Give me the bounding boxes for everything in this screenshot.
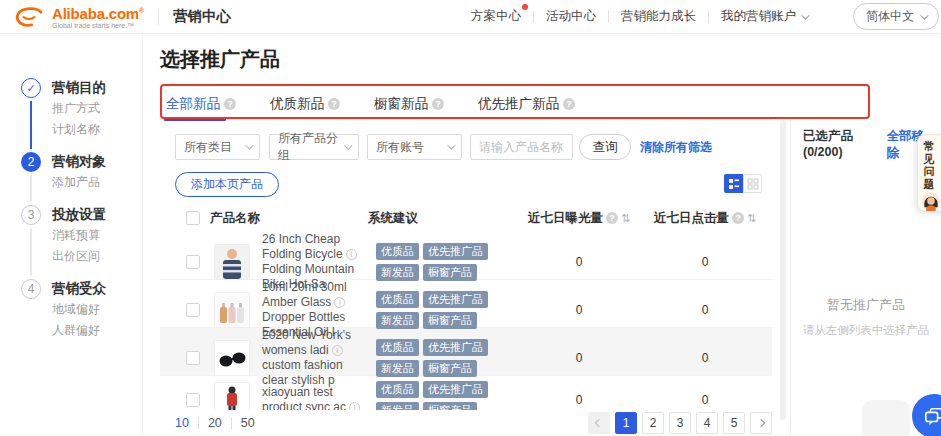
page-size-20[interactable]: 20 (208, 416, 222, 430)
clicks-value: 0 (638, 351, 772, 365)
row-checkbox[interactable] (186, 351, 200, 365)
chevron-right-icon (757, 419, 765, 427)
nav-plan-center[interactable]: 方案中心 (471, 8, 521, 25)
step-2-badge: 2 (21, 152, 41, 172)
product-name: 2020 New York's womens ladii custom fash… (256, 328, 368, 388)
tag-new-release: 新发品 (376, 312, 419, 329)
tag-new-release: 新发品 (376, 360, 419, 377)
chevron-down-icon (345, 141, 353, 149)
page-buttons: 1 2 3 4 5 (588, 412, 772, 434)
chat-bubbles-icon (923, 406, 941, 427)
help-icon[interactable]: ? (432, 98, 444, 110)
tag-priority-promo: 优先推广品 (423, 381, 488, 398)
tab-all-new-products[interactable]: 全部新品? (166, 88, 236, 119)
next-page-button[interactable] (750, 412, 772, 434)
category-select[interactable]: 所有类目 (175, 134, 260, 160)
info-icon[interactable]: i (334, 297, 345, 308)
vertical-scrollbar[interactable] (780, 120, 786, 420)
tag-showcase: 橱窗产品 (423, 312, 477, 329)
step-marketing-goal[interactable]: ✓ 营销目的 推广方式 计划名称 (20, 78, 142, 152)
product-group-select[interactable]: 所有产品分组 (269, 134, 359, 160)
table-row[interactable]: 10ml 20ml 30ml Amber Glassi Dropper Bott… (160, 280, 772, 328)
chevron-down-icon (920, 11, 928, 19)
tag-quality: 优质品 (376, 243, 419, 260)
query-button[interactable]: 查询 (579, 134, 631, 160)
app-header: Alibaba.com® Global trade starts here.™ … (0, 0, 941, 34)
help-icon[interactable]: ? (328, 98, 340, 110)
page-size-10[interactable]: 10 (175, 416, 189, 430)
select-all-checkbox[interactable] (186, 211, 200, 225)
page-5-button[interactable]: 5 (723, 412, 745, 434)
tag-new-release: 新发品 (376, 264, 419, 281)
chevron-down-icon (801, 11, 809, 19)
product-thumbnail (214, 244, 250, 280)
table-header: 产品名称 系统建议 近七日曝光量?⇅ 近七日点击量?⇅ (160, 206, 772, 230)
help-icon[interactable]: ? (732, 212, 744, 224)
faq-widget[interactable]: 常见问题 (917, 134, 941, 212)
alibaba-logo[interactable]: Alibaba.com® Global trade starts here.™ (12, 4, 144, 29)
exposure-value: 0 (520, 303, 638, 317)
nav-activity-center[interactable]: 活动中心 (546, 8, 596, 25)
product-search-input[interactable] (470, 134, 573, 160)
sort-icon[interactable]: ⇅ (621, 212, 630, 225)
tag-showcase: 橱窗产品 (423, 360, 477, 377)
step-marketing-audience[interactable]: 4 营销受众 地域偏好 人群偏好 (20, 279, 142, 353)
header-nav: 方案中心 活动中心 营销能力成长 我的营销账户 (471, 8, 807, 25)
page-4-button[interactable]: 4 (696, 412, 718, 434)
filter-bar: 所有类目 所有产品分组 所有账号 查询 清除所有筛选 (175, 134, 712, 160)
account-select[interactable]: 所有账号 (367, 134, 462, 160)
clicks-value: 0 (638, 255, 772, 269)
table-row[interactable]: 26 Inch Cheap Folding Bicyclei Folding M… (160, 232, 772, 280)
page-1-button[interactable]: 1 (615, 412, 637, 434)
tab-priority-promo-new-products[interactable]: 优先推广新品? (478, 88, 575, 119)
page-2-button[interactable]: 2 (642, 412, 664, 434)
tab-quality-new-products[interactable]: 优质新品? (270, 88, 340, 119)
row-checkbox[interactable] (186, 255, 200, 269)
language-selector[interactable]: 简体中文 (853, 3, 939, 30)
nav-marketing-growth[interactable]: 营销能力成长 (621, 8, 696, 25)
info-icon[interactable]: i (346, 249, 357, 260)
page-title: 选择推广产品 (160, 46, 280, 73)
page-size-50[interactable]: 50 (241, 416, 255, 430)
help-icon[interactable]: ? (606, 212, 618, 224)
page-size-options: 10 20 50 (175, 416, 255, 430)
step-delivery-settings[interactable]: 3 投放设置 消耗预算 出价区间 (20, 205, 142, 279)
chat-widget-card[interactable] (862, 400, 910, 436)
nav-my-account[interactable]: 我的营销账户 (721, 8, 807, 25)
alibaba-logo-mark (12, 6, 46, 28)
exposure-value: 0 (520, 393, 638, 407)
tab-showcase-new-products[interactable]: 橱窗新品? (374, 88, 444, 119)
column-clicks: 近七日点击量?⇅ (638, 210, 772, 227)
sort-icon[interactable]: ⇅ (747, 212, 756, 225)
row-checkbox[interactable] (186, 393, 200, 407)
selected-products-title: 已选产品(0/200) (803, 128, 886, 159)
add-page-products-button[interactable]: 添加本页产品 (175, 172, 279, 197)
logo-tagline: Global trade starts here.™ (52, 22, 144, 29)
clear-filters-link[interactable]: 清除所有筛选 (640, 139, 712, 156)
list-view-icon (728, 178, 740, 190)
suggestion-tags: 优质品 优先推广品 新发品 橱窗产品 (368, 291, 520, 329)
step-marketing-object[interactable]: 2 营销对象 添加产品 (20, 152, 142, 205)
prev-page-button[interactable] (588, 412, 610, 434)
tag-quality: 优质品 (376, 381, 419, 398)
pagination-bar: 10 20 50 1 2 3 4 5 (160, 410, 772, 436)
row-checkbox[interactable] (186, 303, 200, 317)
empty-state-hint: 请从左侧列表中选择产品 (791, 323, 941, 338)
table-row[interactable]: 2020 New York's womens ladii custom fash… (160, 328, 772, 376)
list-view-button[interactable] (724, 174, 743, 193)
exposure-value: 0 (520, 255, 638, 269)
page-3-button[interactable]: 3 (669, 412, 691, 434)
tag-priority-promo: 优先推广品 (423, 339, 488, 356)
marketing-center-screen: Alibaba.com® Global trade starts here.™ … (0, 0, 941, 436)
empty-state: 暂无推广产品 请从左侧列表中选择产品 (791, 296, 941, 338)
grid-view-button[interactable] (743, 174, 762, 193)
grid-view-icon (747, 178, 759, 190)
product-table-body: 26 Inch Cheap Folding Bicyclei Folding M… (160, 232, 772, 424)
info-icon[interactable]: i (332, 345, 343, 356)
assistant-avatar-icon (921, 192, 941, 211)
help-icon[interactable]: ? (224, 98, 236, 110)
help-icon[interactable]: ? (563, 98, 575, 110)
faq-widget-label: 常见问题 (923, 140, 935, 190)
tag-priority-promo: 优先推广品 (423, 291, 488, 308)
product-thumbnail (214, 292, 250, 328)
